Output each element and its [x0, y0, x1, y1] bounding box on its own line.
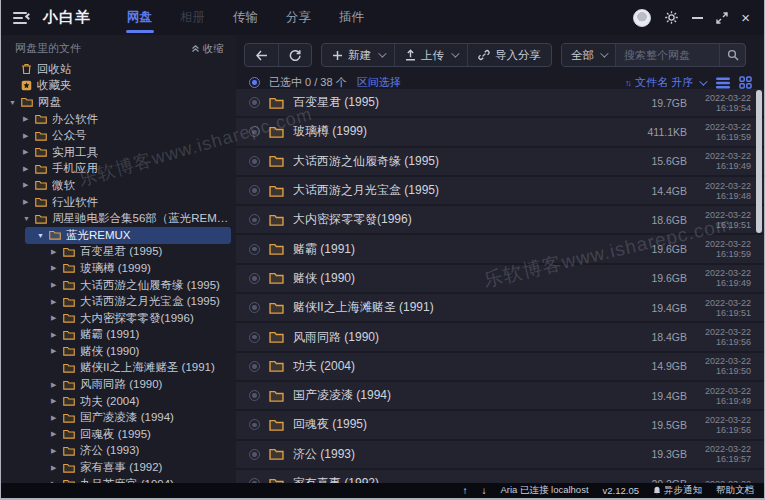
tree-arrow-right-icon[interactable]: ▶: [51, 298, 63, 306]
tree-arrow-right-icon[interactable]: ▶: [51, 397, 63, 405]
tree-arrow-right-icon[interactable]: ▶: [23, 181, 35, 189]
row-radio-icon[interactable]: [249, 419, 260, 430]
tree-arrow-right-icon[interactable]: ▶: [51, 414, 63, 422]
tree-item[interactable]: ▼ 蓝光REMUX: [25, 227, 231, 244]
tree-arrow-right-icon[interactable]: ▶: [51, 314, 63, 322]
tree-arrow-right-icon[interactable]: ▶: [51, 248, 63, 256]
import-share-button[interactable]: 导入分享: [467, 44, 551, 66]
tree-item[interactable]: ▶ 公众号: [1, 127, 236, 144]
tree-item[interactable]: ▼ 网盘: [1, 94, 236, 111]
row-radio-icon[interactable]: [249, 332, 260, 343]
tree-arrow-right-icon[interactable]: ▶: [51, 347, 63, 355]
user-avatar[interactable]: [633, 9, 651, 27]
tree-item[interactable]: ▶ 大话西游之月光宝盒 (1995): [1, 293, 236, 310]
row-radio-icon[interactable]: [249, 244, 260, 255]
list-view-icon[interactable]: [716, 77, 730, 89]
tree-arrow-right-icon[interactable]: ▶: [51, 464, 63, 472]
tree-item[interactable]: ▶ 手机应用: [1, 161, 236, 178]
tree-item[interactable]: ▶ 行业软件: [1, 194, 236, 211]
tree-item[interactable]: ▶ 实用工具: [1, 144, 236, 161]
tab-transfer[interactable]: 传输: [219, 0, 272, 35]
refresh-button[interactable]: [278, 44, 311, 66]
search-button[interactable]: [719, 44, 745, 66]
row-radio-icon[interactable]: [249, 390, 260, 401]
tree-arrow-right-icon[interactable]: ▶: [23, 148, 35, 156]
file-row[interactable]: 回魂夜 (1995) 19.5GB 2022-03-22 16:19:56: [236, 411, 764, 438]
search-input[interactable]: [616, 44, 719, 66]
tab-plugins[interactable]: 插件: [325, 0, 378, 35]
tree-arrow-down-icon[interactable]: ▼: [9, 99, 21, 106]
row-radio-icon[interactable]: [249, 449, 260, 460]
tree-item[interactable]: ▶ 赌霸 (1991): [1, 327, 236, 344]
row-radio-icon[interactable]: [249, 97, 260, 108]
row-radio-icon[interactable]: [249, 126, 260, 137]
tree-item[interactable]: ▶ 家有喜事 (1992): [1, 459, 236, 476]
row-radio-icon[interactable]: [249, 156, 260, 167]
file-row[interactable]: 赌霸 (1991) 19.6GB 2022-03-22 16:19:59: [236, 235, 764, 262]
maximize-icon[interactable]: [716, 12, 728, 24]
tree-arrow-right-icon[interactable]: ▶: [23, 198, 35, 206]
tree-item[interactable]: ▶ 九品芝麻官 (1994): [1, 476, 236, 483]
file-row[interactable]: 功夫 (2004) 14.9GB 2022-03-22 16:19:50: [236, 353, 764, 380]
tree-item[interactable]: ▶ 回魂夜 (1995): [1, 426, 236, 443]
range-select-link[interactable]: 区间选择: [357, 75, 401, 90]
tree-item[interactable]: ▶ 大话西游之仙履奇缘 (1995): [1, 277, 236, 294]
file-row[interactable]: 风雨同路 (1990) 18.4GB 2022-03-22 16:19:56: [236, 323, 764, 350]
row-radio-icon[interactable]: [249, 185, 260, 196]
help-docs-button[interactable]: 帮助文档: [716, 484, 754, 497]
search-filter-dropdown[interactable]: 全部: [562, 44, 616, 66]
sidebar-toggle-icon[interactable]: [13, 11, 31, 25]
tree-arrow-right-icon[interactable]: ▶: [23, 115, 35, 123]
file-row[interactable]: 济公 (1993) 19.3GB 2022-03-22 16:19:57: [236, 441, 764, 468]
minimize-icon[interactable]: [692, 17, 703, 19]
select-all-radio-icon[interactable]: [249, 77, 260, 88]
tree-arrow-right-icon[interactable]: ▶: [51, 447, 63, 455]
tree-arrow-right-icon[interactable]: ▶: [23, 165, 35, 173]
collapse-all-button[interactable]: 收缩: [191, 42, 224, 56]
new-button[interactable]: 新建: [322, 44, 394, 66]
back-button[interactable]: [245, 44, 278, 66]
tree-arrow-right-icon[interactable]: ▶: [51, 430, 63, 438]
sort-control[interactable]: ↑↓ 文件名 升序: [625, 75, 705, 90]
tab-album[interactable]: 相册: [166, 0, 219, 35]
tree-item[interactable]: ▶ 办公软件: [1, 111, 236, 128]
file-row[interactable]: 大话西游之仙履奇缘 (1995) 15.6GB 2022-03-22 16:19…: [236, 148, 764, 175]
tree-item[interactable]: ▶ 赌侠 (1990): [1, 343, 236, 360]
file-row[interactable]: 玻璃樽 (1999) 411.1KB 2022-03-22 16:19:59: [236, 118, 764, 145]
tree-arrow-right-icon[interactable]: ▶: [51, 331, 63, 339]
tree-item[interactable]: ▶ 大内密探零零發(1996): [1, 310, 236, 327]
tree-item[interactable]: ▶ 功夫 (2004): [1, 393, 236, 410]
tree-arrow-right-icon[interactable]: ▶: [23, 132, 35, 140]
tree-item[interactable]: ▶ 济公 (1993): [1, 443, 236, 460]
file-row[interactable]: 家有喜事 (1992) 20.2GB 2022-03-22: [236, 470, 764, 483]
tree-item[interactable]: 赌侠II之上海滩赌圣 (1991): [1, 360, 236, 377]
tree-item[interactable]: ▶ 国产凌凌漆 (1994): [1, 409, 236, 426]
tree-item[interactable]: ▶ 微软: [1, 177, 236, 194]
tree-item[interactable]: 回收站: [1, 61, 236, 78]
tree-item[interactable]: ▶ 风雨同路 (1990): [1, 376, 236, 393]
grid-view-icon[interactable]: [739, 76, 752, 89]
tree-arrow-down-icon[interactable]: ▼: [23, 215, 35, 222]
settings-gear-icon[interactable]: [664, 10, 679, 25]
async-notify-button[interactable]: 异步通知: [653, 484, 702, 497]
row-radio-icon[interactable]: [249, 302, 260, 313]
file-row[interactable]: 大话西游之月光宝盒 (1995) 14.4GB 2022-03-22 16:19…: [236, 177, 764, 204]
tree-arrow-down-icon[interactable]: ▼: [37, 232, 49, 239]
file-row[interactable]: 赌侠 (1990) 19.6GB 2022-03-22 16:19:49: [236, 265, 764, 292]
file-row[interactable]: 百变星君 (1995) 19.7GB 2022-03-22 16:19:54: [236, 89, 764, 116]
row-radio-icon[interactable]: [249, 214, 260, 225]
tree-item[interactable]: ▶ 玻璃樽 (1999): [1, 260, 236, 277]
upload-button[interactable]: 上传: [394, 44, 467, 66]
tree-arrow-right-icon[interactable]: ▶: [51, 381, 63, 389]
tab-share[interactable]: 分享: [272, 0, 325, 35]
file-row[interactable]: 赌侠II之上海滩赌圣 (1991) 19.4GB 2022-03-22 16:1…: [236, 294, 764, 321]
file-row[interactable]: 大内密探零零發(1996) 18.6GB 2022-03-22 16:19:51: [236, 206, 764, 233]
tree-item[interactable]: ▶ 百变星君 (1995): [1, 244, 236, 261]
tree-arrow-right-icon[interactable]: ▶: [51, 281, 63, 289]
row-radio-icon[interactable]: [249, 361, 260, 372]
row-radio-icon[interactable]: [249, 273, 260, 284]
tab-netdisk[interactable]: 网盘: [113, 0, 166, 35]
file-row[interactable]: 国产凌凌漆 (1994) 19.4GB 2022-03-22 16:19:49: [236, 382, 764, 409]
scrollbar-thumb[interactable]: [756, 90, 762, 233]
close-icon[interactable]: ×: [741, 10, 750, 25]
